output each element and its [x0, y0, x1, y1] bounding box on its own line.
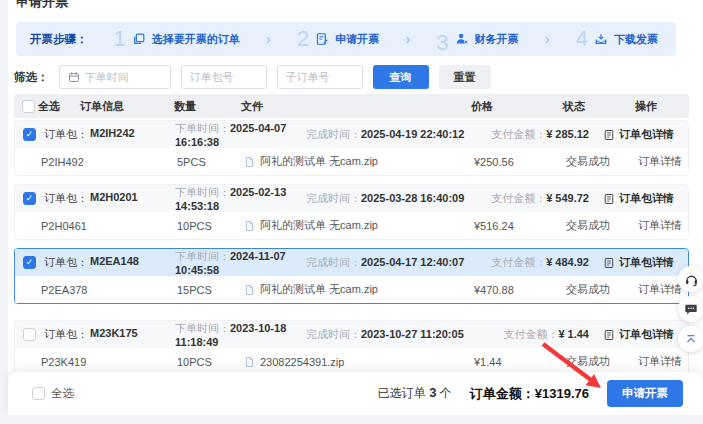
step-3-number-wrap: 3	[436, 32, 448, 46]
file-name: 阿礼的测试单 无cam.zip	[260, 282, 378, 297]
steps-flow: 1 选择要开票的订单 › 2 申请开票 › 3 财务开票 › 4	[114, 28, 659, 50]
package-label: 订单包：	[44, 191, 88, 206]
sub-order-status: 交易成功	[566, 218, 638, 233]
order-package-card: 订单包：M2EA148 下单时间：2024-11-07 10:45:58 完成时…	[14, 248, 689, 304]
step-3: 3 财务开票	[436, 32, 518, 47]
search-button[interactable]: 查询	[373, 65, 429, 89]
document-icon	[603, 257, 615, 269]
pay-amount: ¥ 484.92	[546, 256, 589, 268]
package-label: 订单包：	[44, 127, 88, 142]
sub-order-price: ¥516.24	[474, 220, 566, 232]
order-package-checkbox[interactable]	[23, 128, 36, 141]
order-time-label: 下单时间：	[175, 122, 230, 134]
header-status: 状态	[563, 99, 635, 114]
footer-action-bar: 全选 已选订单 3 个 订单金额：¥1319.76 申请开票	[8, 372, 703, 415]
file-icon	[244, 284, 255, 296]
apply-invoice-button[interactable]: 申请开票	[607, 380, 683, 407]
order-detail-link[interactable]: 订单详情	[638, 218, 688, 233]
sub-order-price: ¥250.56	[474, 156, 566, 168]
footer-select-all-checkbox[interactable]	[32, 387, 45, 400]
step-1: 1 选择要开票的订单	[114, 28, 240, 50]
select-orders-icon	[132, 32, 146, 46]
order-package-checkbox[interactable]	[23, 256, 36, 269]
order-package-header: 订单包：M2EA148 下单时间：2024-11-07 10:45:58 完成时…	[15, 249, 688, 276]
page-title: 申请开票	[16, 0, 68, 11]
finish-time: 2025-04-19 22:40:12	[361, 128, 464, 140]
step-4: 4 下载发票	[576, 28, 658, 50]
select-all-checkbox[interactable]	[22, 100, 35, 113]
step-3-number: 3	[436, 32, 448, 46]
steps-label: 开票步骤：	[30, 32, 88, 47]
step-2-label: 申请开票	[335, 32, 379, 47]
package-id: M2H0201	[90, 191, 138, 206]
back-to-top-icon	[684, 332, 698, 346]
order-detail-link[interactable]: 订单详情	[638, 154, 688, 169]
order-amount: 订单金额：¥1319.76	[470, 385, 589, 403]
pay-amount-label: 支付金额：	[491, 256, 546, 268]
order-package-header: 订单包：M2IH242 下单时间：2025-04-07 16:16:38 完成时…	[15, 121, 688, 148]
package-detail-link[interactable]: 订单包详情	[603, 127, 674, 142]
chat-icon	[684, 302, 698, 316]
order-package-header: 订单包：M23K175 下单时间：2023-10-18 11:18:49 完成时…	[15, 321, 688, 348]
package-detail-link[interactable]: 订单包详情	[603, 191, 674, 206]
package-no-input[interactable]	[181, 65, 267, 89]
package-id: M23K175	[90, 327, 138, 342]
bottom-strip	[0, 415, 703, 424]
sub-order-qty: 10PCS	[177, 356, 244, 368]
package-detail-link[interactable]: 订单包详情	[603, 255, 674, 270]
filter-bar: 筛选： 查询 重置	[14, 64, 491, 90]
sub-order-status: 交易成功	[566, 354, 638, 369]
step-3-label: 财务开票	[475, 32, 519, 47]
suborder-no-input[interactable]	[277, 65, 363, 89]
order-package-header: 订单包：M2H0201 下单时间：2025-02-13 14:53:18 完成时…	[15, 185, 688, 212]
file-name: 阿礼的测试单 无cam.zip	[260, 154, 378, 169]
chat-button[interactable]	[678, 296, 703, 322]
order-package-checkbox[interactable]	[23, 192, 36, 205]
header-order-info: 订单信息	[80, 99, 174, 114]
sub-order-status: 交易成功	[566, 154, 638, 169]
back-to-top-button[interactable]	[678, 326, 703, 352]
customer-service-button[interactable]	[678, 266, 703, 292]
package-detail-link[interactable]: 订单包详情	[603, 327, 674, 342]
finish-time-label: 完成时间：	[306, 192, 361, 204]
pay-amount: ¥ 1.44	[558, 328, 589, 340]
order-detail-link[interactable]: 订单详情	[638, 354, 688, 369]
chevron-right-icon: ›	[545, 31, 550, 47]
sub-order-qty: 5PCS	[177, 156, 244, 168]
order-package-checkbox[interactable]	[23, 328, 36, 341]
filter-label: 筛选：	[14, 70, 49, 85]
footer-select-all[interactable]: 全选	[32, 386, 74, 401]
pay-amount: ¥ 549.72	[546, 192, 589, 204]
footer-summary: 已选订单 3 个 订单金额：¥1319.76 申请开票	[378, 380, 683, 407]
order-date-input[interactable]	[59, 65, 171, 89]
header-price: 价格	[471, 99, 563, 114]
finish-time: 2023-10-27 11:20:05	[361, 328, 464, 340]
header-qty: 数量	[174, 99, 241, 114]
pay-amount-label: 支付金额：	[503, 328, 558, 340]
sub-order-row: P2IH492 5PCS 阿礼的测试单 无cam.zip ¥250.56 交易成…	[15, 148, 688, 175]
order-date-field[interactable]	[85, 71, 162, 83]
reset-button[interactable]: 重置	[439, 65, 491, 89]
suborder-no-field[interactable]	[286, 71, 354, 83]
header-select-all: 全选	[38, 99, 80, 114]
package-no-field[interactable]	[190, 71, 258, 83]
headset-icon	[684, 272, 699, 287]
order-package-card: 订单包：M2H0201 下单时间：2025-02-13 14:53:18 完成时…	[14, 184, 689, 240]
order-time-label: 下单时间：	[175, 186, 230, 198]
step-1-label: 选择要开票的订单	[152, 32, 240, 47]
sub-order-id: P2H0461	[41, 220, 177, 232]
file-name: 阿礼的测试单 无cam.zip	[260, 218, 378, 233]
finish-time: 2025-03-28 16:40:09	[361, 192, 464, 204]
file-name: 23082254391.zip	[260, 356, 344, 368]
download-invoice-icon	[594, 32, 608, 46]
document-icon	[603, 193, 615, 205]
finish-time: 2025-04-17 12:40:07	[361, 256, 464, 268]
pay-amount-label: 支付金额：	[491, 192, 546, 204]
sub-order-price: ¥470.88	[474, 284, 566, 296]
footer-select-all-label: 全选	[51, 386, 74, 401]
pay-amount: ¥ 285.12	[546, 128, 589, 140]
sub-order-row: P2H0461 10PCS 阿礼的测试单 无cam.zip ¥516.24 交易…	[15, 212, 688, 239]
invoice-steps-bar: 开票步骤： 1 选择要开票的订单 › 2 申请开票 › 3 财务开票 › 4	[16, 22, 676, 56]
finish-time-label: 完成时间：	[306, 128, 361, 140]
header-action: 操作	[635, 99, 689, 114]
